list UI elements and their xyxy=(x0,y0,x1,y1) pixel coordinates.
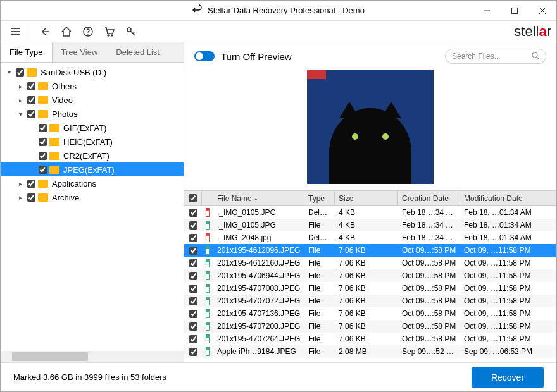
file-name: 201x195-4707264.JPEG xyxy=(213,334,304,343)
help-button[interactable] xyxy=(78,22,97,41)
tree-node[interactable]: JPEG(ExFAT) xyxy=(1,162,184,176)
back-button[interactable] xyxy=(35,22,54,41)
tree-checkbox[interactable] xyxy=(39,124,47,132)
file-size: 4 KB xyxy=(335,221,398,230)
horizontal-scrollbar[interactable] xyxy=(1,351,184,362)
tree-node[interactable]: ▸Others xyxy=(1,79,184,93)
tree-checkbox[interactable] xyxy=(27,180,35,188)
close-button[interactable] xyxy=(529,1,556,21)
tree-twisty-icon[interactable]: ▸ xyxy=(16,180,25,187)
row-checkbox[interactable] xyxy=(189,348,197,356)
grid-header: File Name▴ Type Size Creation Date Modif… xyxy=(184,191,556,206)
tree-node[interactable]: ▸Video xyxy=(1,93,184,107)
col-modification-date[interactable]: Modification Date xyxy=(460,191,556,205)
folder-icon xyxy=(27,68,37,77)
file-row[interactable]: 201x195-4707072.JPEGFile7.06 KBOct 09…:5… xyxy=(184,295,556,307)
folder-tree[interactable]: ▾SanDisk USB (D:)▸Others▸Video▾PhotosGIF… xyxy=(1,63,184,351)
row-checkbox[interactable] xyxy=(189,285,197,293)
recover-button[interactable]: Recover xyxy=(472,367,544,388)
tree-node[interactable]: ▸Archive xyxy=(1,190,184,204)
col-type[interactable]: Type xyxy=(304,191,335,205)
file-size: 7.06 KB xyxy=(335,259,398,267)
tree-checkbox[interactable] xyxy=(27,82,35,90)
tree-checkbox[interactable] xyxy=(27,96,35,104)
folder-icon xyxy=(38,110,48,118)
file-row[interactable]: ._IMG_0105.JPGFile4 KBFeb 18…:34 AMFeb 1… xyxy=(184,219,556,231)
file-type: File xyxy=(304,246,335,255)
row-checkbox[interactable] xyxy=(189,209,197,217)
col-creation-date[interactable]: Creation Date xyxy=(398,191,460,205)
row-checkbox[interactable] xyxy=(189,310,197,318)
tab-file-type[interactable]: File Type xyxy=(1,42,53,62)
tree-checkbox[interactable] xyxy=(39,138,47,146)
search-input[interactable]: Search Files... xyxy=(445,49,546,64)
file-row[interactable]: ._IMG_2048.jpgDel…ile4 KBFeb 18…:34 AMFe… xyxy=(184,231,556,244)
file-modification-date: Sep 09, …06:52 PM xyxy=(460,347,556,356)
minimize-button[interactable] xyxy=(473,1,501,21)
row-checkbox[interactable] xyxy=(189,297,197,305)
tree-checkbox[interactable] xyxy=(27,110,35,118)
undo-icon xyxy=(192,4,203,16)
header-checkbox[interactable] xyxy=(184,191,202,205)
maximize-button[interactable] xyxy=(501,1,529,21)
file-size: 7.06 KB xyxy=(335,309,398,318)
tree-twisty-icon[interactable]: ▸ xyxy=(16,97,25,104)
row-checkbox[interactable] xyxy=(189,322,197,331)
col-file-name[interactable]: File Name▴ xyxy=(213,191,304,205)
tree-checkbox[interactable] xyxy=(39,152,47,160)
tree-twisty-icon[interactable]: ▾ xyxy=(4,69,13,76)
file-row[interactable]: 201x195-4612160.JPEGFile7.06 KBOct 09…:5… xyxy=(184,257,556,269)
grid-body[interactable]: ._IMG_0105.JPGDel…ile4 KBFeb 18…:34 AMFe… xyxy=(184,206,556,362)
cart-button[interactable] xyxy=(100,22,119,41)
menu-button[interactable] xyxy=(6,22,25,41)
window-title: Stellar Data Recovery Professional - Dem… xyxy=(208,6,365,15)
file-row[interactable]: 201x195-4707136.JPEGFile7.06 KBOct 09…:5… xyxy=(184,307,556,320)
col-size[interactable]: Size xyxy=(335,191,398,205)
row-checkbox[interactable] xyxy=(189,272,197,280)
tree-checkbox[interactable] xyxy=(39,166,47,174)
tab-deleted-list[interactable]: Deleted List xyxy=(107,42,169,62)
tree-twisty-icon[interactable]: ▸ xyxy=(16,83,25,90)
file-row[interactable]: ._IMG_0105.JPGDel…ile4 KBFeb 18…:34 AMFe… xyxy=(184,206,556,219)
tree-node[interactable]: ▾SanDisk USB (D:) xyxy=(1,65,184,79)
tree-node[interactable]: ▸Applications xyxy=(1,176,184,190)
file-row[interactable]: Apple iPh…9184.JPEGFile2.08 MBSep 09…:52… xyxy=(184,345,556,358)
folder-icon xyxy=(38,193,48,202)
tree-checkbox[interactable] xyxy=(27,193,35,202)
file-row[interactable]: 201x195-4707008.JPEGFile7.06 KBOct 09…:5… xyxy=(184,282,556,295)
file-size: 7.06 KB xyxy=(335,271,398,280)
file-name: ._IMG_0105.JPG xyxy=(213,208,304,217)
preview-toggle[interactable] xyxy=(194,51,215,61)
key-button[interactable] xyxy=(122,22,141,41)
tree-node[interactable]: HEIC(ExFAT) xyxy=(1,135,184,149)
row-checkbox[interactable] xyxy=(189,335,197,343)
file-type: Del…ile xyxy=(304,208,335,217)
tree-checkbox[interactable] xyxy=(16,68,24,77)
file-row[interactable]: 201x195-4707200.JPEGFile7.06 KBOct 09…:5… xyxy=(184,320,556,333)
row-checkbox[interactable] xyxy=(189,221,197,230)
file-creation-date: Oct 09…:58 PM xyxy=(398,259,460,267)
row-checkbox[interactable] xyxy=(189,234,197,242)
tree-twisty-icon[interactable]: ▸ xyxy=(16,194,25,201)
row-checkbox[interactable] xyxy=(189,247,197,255)
file-type: File xyxy=(304,347,335,356)
file-icon xyxy=(206,284,210,293)
footer: Marked 3.66 GB in 3999 files in 53 folde… xyxy=(1,362,556,391)
file-row[interactable]: 201x195-4706944.JPEGFile7.06 KBOct 09…:5… xyxy=(184,269,556,282)
tree-node[interactable]: ▾Photos xyxy=(1,107,184,121)
file-row[interactable]: 201x195-4707264.JPEGFile7.06 KBOct 09…:5… xyxy=(184,333,556,345)
file-size: 7.06 KB xyxy=(335,284,398,293)
row-checkbox[interactable] xyxy=(189,259,197,267)
tree-twisty-icon[interactable]: ▾ xyxy=(16,111,25,118)
tree-node[interactable]: GIF(ExFAT) xyxy=(1,121,184,135)
file-creation-date: Oct 09…:58 PM xyxy=(398,334,460,343)
file-type: File xyxy=(304,221,335,230)
file-row[interactable]: 201x195-4612096.JPEGFile7.06 KBOct 09…:5… xyxy=(184,244,556,257)
search-icon xyxy=(532,52,539,61)
home-button[interactable] xyxy=(57,22,76,41)
tree-label: CR2(ExFAT) xyxy=(63,151,110,161)
tree-node[interactable]: CR2(ExFAT) xyxy=(1,149,184,162)
file-type: File xyxy=(304,284,335,293)
tab-tree-view[interactable]: Tree View xyxy=(53,42,108,62)
status-text: Marked 3.66 GB in 3999 files in 53 folde… xyxy=(13,372,166,382)
